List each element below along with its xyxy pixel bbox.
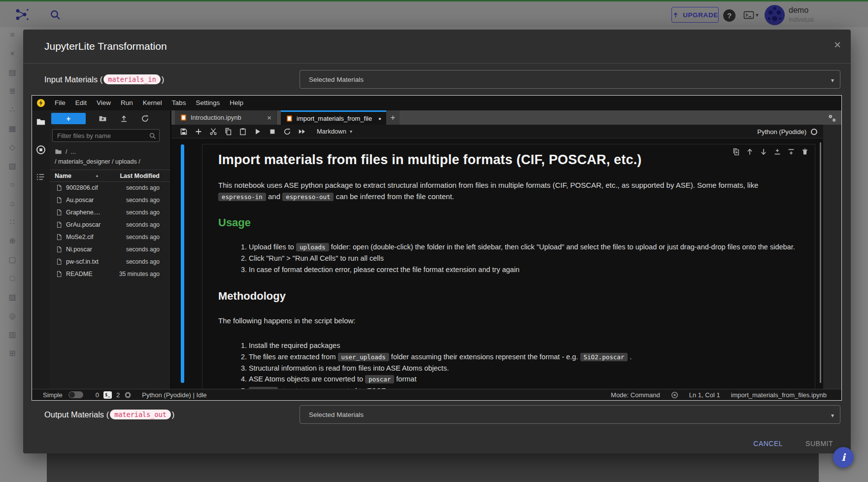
output-materials-label: Output Materials ( materials_out )	[44, 405, 174, 424]
stop-kernel-icon[interactable]	[268, 128, 276, 136]
menu-kernel[interactable]: Kernel	[138, 96, 167, 110]
move-cell-down-icon[interactable]	[760, 148, 768, 156]
markdown-cell[interactable]: Import materials from files in multiple …	[202, 144, 815, 389]
save-icon[interactable]	[180, 128, 188, 136]
list-item: Upload files to uploads folder: open (do…	[249, 241, 797, 253]
cancel-button[interactable]: CANCEL	[746, 436, 790, 451]
output-label-prefix: Output Materials (	[44, 410, 109, 419]
tab-introduction-ipynb[interactable]: Introduction.ipynb ×	[175, 110, 277, 125]
filter-files-input[interactable]	[57, 130, 146, 141]
move-cell-up-icon[interactable]	[746, 148, 754, 156]
column-last-modified[interactable]: Last Modified	[120, 172, 160, 179]
column-name[interactable]: Name	[55, 172, 71, 179]
console-menu-button[interactable]: ▾	[743, 11, 759, 19]
submit-button[interactable]: SUBMIT	[799, 436, 840, 451]
file-row[interactable]: pw-scf.in.txtseconds ago	[50, 256, 170, 268]
cell-collapser[interactable]	[181, 144, 184, 383]
delete-cell-icon[interactable]	[801, 148, 809, 156]
chevron-down-icon: ▾	[350, 129, 352, 134]
menu-view[interactable]: View	[92, 96, 116, 110]
file-row[interactable]: 9002806.cifseconds ago	[50, 182, 170, 194]
close-icon[interactable]: ×	[829, 36, 846, 53]
menu-file[interactable]: File	[50, 96, 70, 110]
insert-cell-below-icon[interactable]	[787, 148, 795, 156]
new-launcher-button[interactable]: +	[51, 113, 86, 124]
help-button[interactable]: ?	[723, 9, 735, 22]
file-browser-tab-icon[interactable]	[36, 117, 46, 127]
new-folder-icon[interactable]	[99, 114, 107, 123]
file-row[interactable]: GrAu.poscarseconds ago	[50, 219, 170, 231]
toggle-knob	[69, 392, 75, 398]
restart-kernel-icon[interactable]	[283, 128, 291, 136]
notebook-scrollbar[interactable]	[820, 142, 821, 383]
user-info[interactable]: demo Individual	[789, 6, 814, 23]
simple-mode-toggle[interactable]	[68, 391, 83, 398]
tab-import-materials-from-file[interactable]: import_materials_from_file ●	[281, 110, 386, 125]
insert-cell-above-icon[interactable]	[773, 148, 781, 156]
file-name: Au.poscar	[66, 197, 94, 204]
breadcrumb[interactable]: / ...	[55, 148, 76, 155]
file-list-header[interactable]: Name ▲ Last Modified	[50, 170, 170, 182]
menu-tabs[interactable]: Tabs	[167, 96, 191, 110]
kernel-name[interactable]: Python (Pyodide)	[757, 128, 806, 136]
close-icon[interactable]: ×	[267, 113, 271, 122]
cut-cell-icon[interactable]	[209, 128, 217, 136]
file-row[interactable]: MoSe2.cifseconds ago	[50, 231, 170, 243]
file-row[interactable]: Au.poscarseconds ago	[50, 194, 170, 207]
mode-indicator[interactable]: Mode: Command	[611, 391, 660, 399]
list-item: The files are extracted from user_upload…	[249, 351, 797, 363]
dimmed-nav-icon: ▢	[8, 255, 16, 264]
active-filename[interactable]: import_materials_from_files.ipynb	[731, 391, 827, 399]
cell-type-dropdown[interactable]: Markdown ▾	[317, 128, 352, 135]
menu-items: FileEditViewRunKernelTabsSettingsHelp	[50, 96, 248, 110]
tab-label: Introduction.ipynb	[191, 114, 241, 121]
dimmed-nav-icon: ◎	[9, 311, 16, 320]
output-selected-materials-dropdown[interactable]: Selected Materials ▾	[300, 405, 840, 424]
file-row[interactable]: Ni.poscarseconds ago	[50, 243, 170, 256]
inline-code: user_uploads	[338, 353, 389, 361]
brand-logo-icon[interactable]	[15, 7, 30, 22]
menu-help[interactable]: Help	[225, 96, 248, 110]
upload-icon[interactable]	[120, 114, 128, 123]
dimmed-nav-icon: ∴	[10, 105, 15, 114]
file-modified: seconds ago	[126, 221, 160, 228]
file-row[interactable]: Graphene....seconds ago	[50, 207, 170, 219]
kernel-idle-indicator[interactable]	[811, 129, 817, 135]
run-cell-icon[interactable]	[254, 128, 262, 136]
menu-edit[interactable]: Edit	[70, 96, 92, 110]
list-item: Install the required packages	[249, 340, 797, 351]
search-icon[interactable]	[49, 9, 61, 21]
file-row[interactable]: README35 minutes ago	[50, 268, 170, 280]
file-icon	[56, 209, 63, 216]
breadcrumb-path[interactable]: / materials_designer / uploads /	[55, 158, 140, 165]
list-item: poscar structures are converted to ESSE	[249, 385, 797, 389]
dropdown-label: Selected Materials	[309, 70, 364, 88]
upgrade-button[interactable]: UPGRADE	[671, 7, 719, 23]
menu-settings[interactable]: Settings	[191, 96, 225, 110]
terminals-count[interactable]: 0	[96, 391, 99, 399]
list-item: ASE Atoms objects are converted to posca…	[249, 374, 797, 385]
running-sessions-tab-icon[interactable]	[36, 145, 46, 155]
breadcrumb-ellipsis[interactable]: ...	[70, 148, 75, 155]
menu-run[interactable]: Run	[116, 96, 138, 110]
info-floating-button[interactable]: i	[833, 447, 854, 468]
dimmed-nav-icon: ≣	[9, 87, 15, 95]
cursor-position[interactable]: Ln 1, Col 1	[689, 391, 720, 399]
breadcrumb-root[interactable]: /	[66, 148, 67, 155]
new-tab-button[interactable]: +	[386, 110, 400, 125]
copy-cell-icon[interactable]	[224, 128, 232, 136]
kernels-count[interactable]: 2	[116, 391, 120, 399]
jupyter-body: + / ... / materials_designer / up	[32, 110, 841, 389]
file-icon	[56, 234, 63, 241]
user-avatar[interactable]	[765, 5, 785, 25]
table-of-contents-tab-icon[interactable]	[36, 172, 46, 182]
input-materials-label: Input Materials ( materials_in )	[44, 70, 164, 89]
refresh-icon[interactable]	[141, 114, 149, 123]
duplicate-cell-icon[interactable]	[732, 148, 740, 156]
paste-cell-icon[interactable]	[239, 128, 247, 136]
kernel-status-text[interactable]: Python (Pyodide) | Idle	[142, 391, 206, 399]
insert-cell-icon[interactable]	[195, 128, 202, 136]
run-all-icon[interactable]	[298, 128, 306, 136]
input-selected-materials-dropdown[interactable]: Selected Materials ▾	[300, 70, 840, 89]
property-inspector-gear-icon[interactable]	[827, 113, 837, 123]
